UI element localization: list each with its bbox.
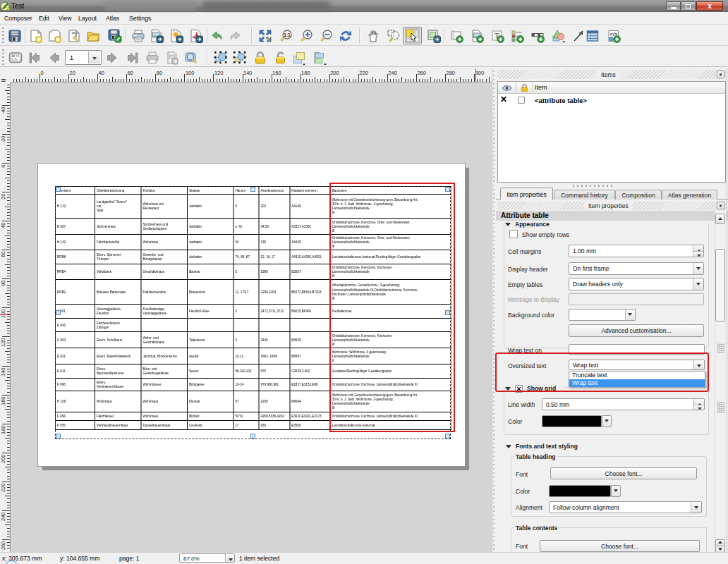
svg-text:1:1: 1:1	[284, 32, 291, 37]
